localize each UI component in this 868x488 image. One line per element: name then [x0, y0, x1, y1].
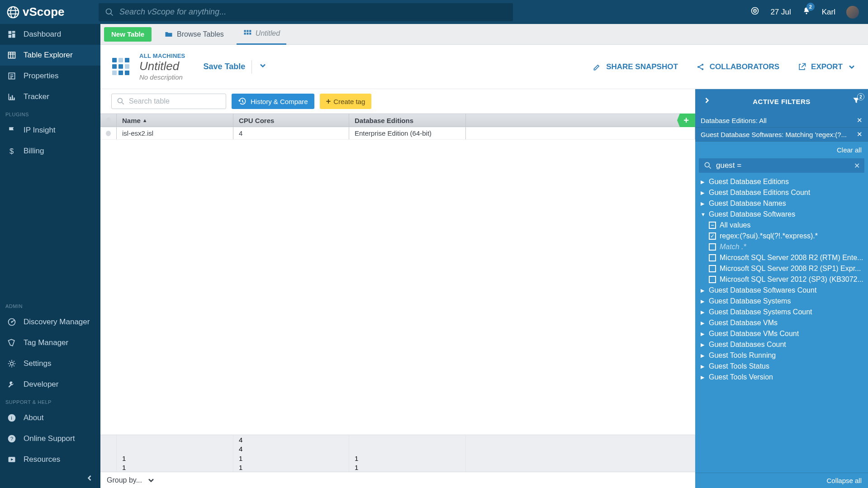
filter-option[interactable]: Microsoft SQL Server 2008 R2 (RTM) Ente.…	[706, 252, 865, 263]
tree-label: Guest Database Systems	[709, 297, 791, 305]
filter-search-input[interactable]	[716, 161, 850, 170]
svg-point-34	[118, 98, 122, 103]
table-row[interactable]: isl-esx2.isl 4 Enterprise Edition (64-bi…	[100, 127, 695, 140]
filter-tree-item[interactable]: ▶Guest Tools Running	[698, 350, 865, 361]
action-label: SHARE SNAPSHOT	[606, 62, 678, 71]
add-column-button[interactable]: +	[677, 114, 695, 127]
share-snapshot-button[interactable]: SHARE SNAPSHOT	[593, 62, 678, 71]
sidebar-item-developer[interactable]: Developer	[0, 374, 100, 395]
notifications-button[interactable]: 2	[802, 6, 811, 18]
divider	[251, 60, 252, 74]
filter-option[interactable]: Microsoft SQL Server 2012 (SP3) (KB3072.…	[706, 274, 865, 285]
filter-tree-item[interactable]: ▶Guest Database VMs Count	[698, 328, 865, 339]
filters-panel: ACTIVE FILTERS 2 Database Editions: All✕…	[695, 89, 868, 488]
sidebar-item-settings[interactable]: Settings	[0, 353, 100, 374]
clear-all-filters[interactable]: Clear all	[837, 146, 862, 154]
filter-tree-item[interactable]: ▶Guest Database Softwares Count	[698, 285, 865, 296]
table-search[interactable]	[111, 94, 226, 109]
tree-label: Guest Database VMs Count	[709, 330, 799, 338]
table-search-input[interactable]	[129, 97, 221, 105]
agg-cell: 1	[233, 463, 349, 473]
caret-down-icon: ▼	[701, 212, 705, 217]
checkbox[interactable]	[709, 243, 716, 251]
global-search-input[interactable]	[119, 7, 507, 17]
svg-rect-29	[247, 33, 248, 34]
sidebar-collapse-button[interactable]	[0, 470, 100, 488]
target-icon[interactable]	[750, 6, 759, 18]
sidebar-section-admin: ADMIN	[0, 299, 100, 312]
filter-tree-item[interactable]: ▶Guest Tools Status	[698, 361, 865, 372]
filter-tree-item[interactable]: ▶Guest Database Names	[698, 198, 865, 209]
sidebar-item-billing[interactable]: $Billing	[0, 141, 100, 161]
filter-chip[interactable]: Guest Database Softwares: Matching 'rege…	[695, 128, 868, 142]
checkbox[interactable]	[709, 276, 716, 283]
match-input[interactable]: Match .*	[720, 243, 746, 251]
close-icon[interactable]: ✕	[857, 130, 863, 138]
column-header-cpu-cores[interactable]: CPU Cores	[233, 114, 349, 127]
checkbox-indeterminate[interactable]	[709, 222, 716, 229]
sidebar-item-resources[interactable]: Resources	[0, 449, 100, 470]
filter-option[interactable]: Microsoft SQL Server 2008 R2 (SP1) Expr.…	[706, 263, 865, 274]
global-search[interactable]	[99, 3, 513, 21]
close-icon[interactable]: ✕	[857, 116, 863, 124]
username[interactable]: Karl	[822, 8, 835, 17]
svg-point-2	[106, 9, 112, 14]
history-compare-button[interactable]: History & Compare	[232, 94, 314, 109]
filter-tree-item[interactable]: ▶Guest Database Systems Count	[698, 307, 865, 317]
row-select[interactable]	[100, 127, 117, 139]
sidebar-item-ip-insight[interactable]: IP Insight	[0, 120, 100, 141]
sidebar-item-properties[interactable]: Properties	[0, 66, 100, 86]
sidebar-item-tracker[interactable]: Tracker	[0, 86, 100, 107]
option-label: All values	[720, 221, 750, 229]
filter-option-match-input[interactable]: Match .*	[706, 242, 865, 252]
filter-tree-item[interactable]: ▶Guest Tools Version	[698, 372, 865, 383]
page-title[interactable]: Untitled	[139, 59, 185, 73]
sidebar-item-dashboard[interactable]: Dashboard	[0, 24, 100, 45]
checkbox-checked[interactable]	[709, 232, 716, 240]
create-tag-button[interactable]: +Create tag	[320, 94, 372, 109]
filter-tree-item[interactable]: ▶Guest Database Editions Count	[698, 187, 865, 198]
brand-logo[interactable]: vScope	[0, 5, 100, 19]
breadcrumb[interactable]: ALL MACHINES	[139, 52, 185, 59]
checkbox[interactable]	[709, 254, 716, 261]
filter-chip[interactable]: Database Editions: All✕	[695, 114, 868, 128]
sidebar-item-table-explorer[interactable]: Table Explorer	[0, 45, 100, 66]
avatar[interactable]	[846, 6, 859, 19]
checkbox[interactable]	[709, 265, 716, 272]
filter-tree-item-open[interactable]: ▼Guest Database Softwares	[698, 209, 865, 220]
filter-tree-item[interactable]: ▶Guest Database Systems	[698, 296, 865, 307]
page-description: No description	[139, 73, 185, 81]
sidebar-item-online-support[interactable]: ?Online Support	[0, 428, 100, 449]
table-header-area: ALL MACHINES Untitled No description Sav…	[100, 45, 868, 89]
new-table-button[interactable]: New Table	[104, 27, 152, 42]
filter-funnel-button[interactable]: 2	[852, 96, 861, 107]
filter-tree-item[interactable]: ▶Guest Database VMs	[698, 317, 865, 328]
sidebar-item-tag-manager[interactable]: Tag Manager	[0, 332, 100, 353]
cell-name: isl-esx2.isl	[117, 127, 233, 139]
filters-collapse-button[interactable]	[702, 96, 711, 107]
filter-option-all[interactable]: All values	[706, 220, 865, 231]
group-by-bar[interactable]: Group by...	[100, 472, 695, 488]
column-header-name[interactable]: Name▲	[117, 114, 233, 127]
select-all-checkbox[interactable]	[100, 114, 117, 127]
column-header-spacer	[466, 114, 695, 127]
filter-option-regex[interactable]: regex:(?sui).*sql(?!.*express).*	[706, 231, 865, 242]
filter-tree-item[interactable]: ▶Guest Database Editions	[698, 176, 865, 187]
save-table-button[interactable]: Save Table	[204, 62, 246, 71]
collapse-all-button[interactable]: Collapse all	[826, 477, 862, 484]
caret-right-icon: ▶	[701, 374, 705, 380]
tab-untitled[interactable]: Untitled	[237, 24, 286, 45]
sidebar-item-about[interactable]: iAbout	[0, 407, 100, 428]
save-dropdown-button[interactable]	[258, 61, 267, 72]
filter-search[interactable]: ✕	[699, 158, 864, 173]
sidebar-item-discovery-manager[interactable]: Discovery Manager	[0, 312, 100, 332]
filter-tree-item[interactable]: ▶Guest Databases Count	[698, 339, 865, 350]
export-button[interactable]: EXPORT	[797, 62, 856, 71]
svg-rect-10	[9, 35, 12, 38]
clear-search-button[interactable]: ✕	[854, 161, 860, 170]
collaborators-button[interactable]: COLLABORATORS	[696, 62, 779, 71]
svg-rect-27	[249, 30, 251, 32]
column-header-database-editions[interactable]: Database Editions	[349, 114, 466, 127]
tab-browse-tables[interactable]: Browse Tables	[158, 24, 230, 45]
svg-point-35	[705, 162, 709, 167]
